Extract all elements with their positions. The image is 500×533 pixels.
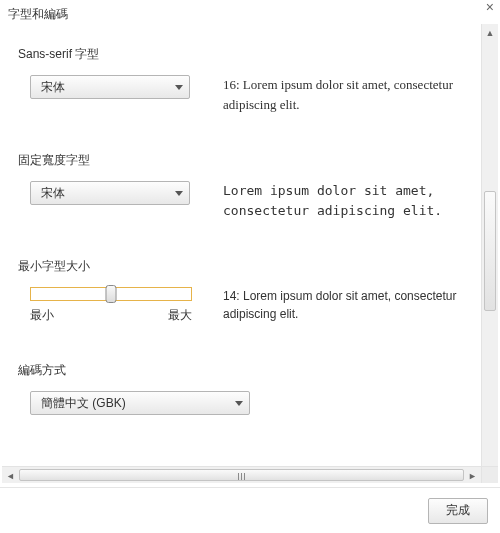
chevron-down-icon [235, 401, 243, 406]
fixed-width-select-value: 宋体 [41, 185, 65, 202]
section-encoding: 編碼方式 簡體中文 (GBK) [18, 362, 486, 415]
vscroll-thumb[interactable] [484, 191, 496, 311]
min-size-label: 最小字型大小 [18, 258, 486, 275]
min-size-slider[interactable] [30, 287, 192, 301]
encoding-select[interactable]: 簡體中文 (GBK) [30, 391, 250, 415]
sans-serif-select[interactable]: 宋体 [30, 75, 190, 99]
dialog-title: 字型和編碼 [8, 7, 68, 21]
done-button-label: 完成 [446, 502, 470, 519]
section-fixed-width: 固定寬度字型 宋体 Lorem ipsum dolor sit amet, co… [18, 152, 486, 220]
scroll-corner [481, 466, 498, 483]
scroll-left-icon[interactable]: ◄ [2, 467, 19, 484]
section-min-size: 最小字型大小 最小 最大 [18, 258, 486, 324]
encoding-select-value: 簡體中文 (GBK) [41, 395, 126, 412]
dialog-scrollpane: Sans-serif 字型 宋体 16: Lorem ipsum dolor s… [2, 24, 498, 483]
fixed-width-sample: Lorem ipsum dolor sit amet, consectetur … [223, 181, 486, 220]
fixed-width-label: 固定寬度字型 [18, 152, 486, 169]
dialog-titlebar: 字型和編碼 × [0, 0, 500, 27]
vertical-scrollbar[interactable]: ▲ ▼ [481, 24, 498, 483]
chevron-down-icon [175, 85, 183, 90]
sans-serif-label: Sans-serif 字型 [18, 46, 486, 63]
section-sans-serif: Sans-serif 字型 宋体 16: Lorem ipsum dolor s… [18, 46, 486, 114]
horizontal-scrollbar[interactable]: ◄ ► [2, 466, 481, 483]
vscroll-track[interactable] [484, 41, 496, 466]
dialog-content: Sans-serif 字型 宋体 16: Lorem ipsum dolor s… [2, 24, 498, 435]
hscroll-thumb[interactable] [19, 469, 464, 481]
close-icon[interactable]: × [486, 0, 494, 14]
dialog-footer: 完成 [0, 487, 500, 533]
encoding-label: 編碼方式 [18, 362, 486, 379]
done-button[interactable]: 完成 [428, 498, 488, 524]
hscroll-track[interactable] [19, 469, 464, 481]
slider-min-label: 最小 [30, 307, 54, 324]
scroll-right-icon[interactable]: ► [464, 467, 481, 484]
scroll-up-icon[interactable]: ▲ [482, 24, 498, 41]
sans-serif-select-value: 宋体 [41, 79, 65, 96]
min-size-sample: 14: Lorem ipsum dolor sit amet, consecte… [223, 287, 486, 323]
slider-thumb-icon[interactable] [106, 285, 117, 303]
chevron-down-icon [175, 191, 183, 196]
sans-serif-sample: 16: Lorem ipsum dolor sit amet, consecte… [223, 75, 486, 114]
slider-max-label: 最大 [168, 307, 192, 324]
fixed-width-select[interactable]: 宋体 [30, 181, 190, 205]
fonts-encoding-dialog: 字型和編碼 × Sans-serif 字型 宋体 16: Lorem ipsum… [0, 0, 500, 533]
